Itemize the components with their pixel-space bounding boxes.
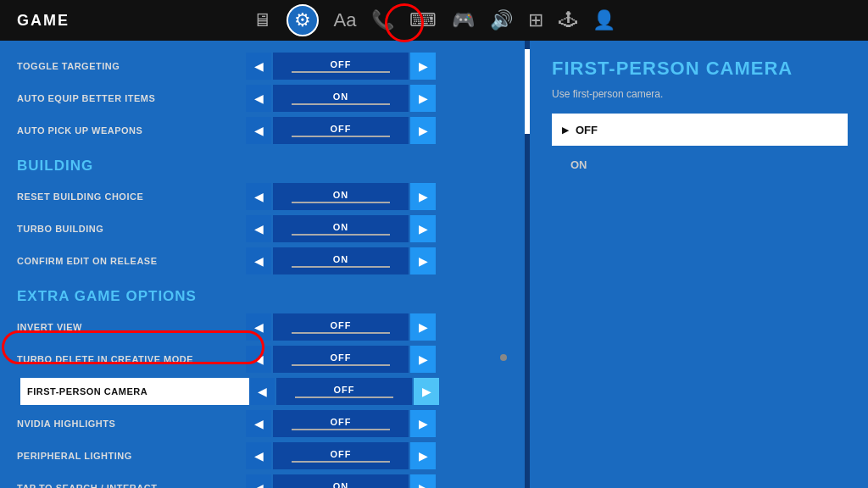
value-bar: ON (273, 474, 409, 488)
right-arrow-button[interactable]: ▶ (414, 378, 439, 405)
value-text: OFF (331, 59, 352, 69)
right-arrow-button[interactable]: ▶ (410, 85, 436, 112)
control-area: ◀ON▶ (246, 247, 436, 274)
setting-row-tap-to-search--interact[interactable]: TAP TO SEARCH / INTERACT◀ON▶ (17, 473, 521, 488)
value-underline (292, 71, 389, 73)
setting-name: CONFIRM EDIT ON RELEASE (17, 256, 246, 266)
section-extra-label: EXTRA GAME OPTIONS (17, 288, 521, 305)
control-area: ◀ON▶ (246, 85, 436, 112)
value-underline (292, 136, 389, 137)
value-text: OFF (331, 124, 352, 134)
left-arrow-button[interactable]: ◀ (246, 85, 271, 112)
right-arrow-button[interactable]: ▶ (410, 346, 436, 373)
setting-name: TAP TO SEARCH / INTERACT (17, 483, 246, 488)
settings-list: TOGGLE TARGETING◀OFF▶AUTO EQUIP BETTER I… (0, 41, 521, 488)
left-arrow-button[interactable]: ◀ (246, 442, 271, 469)
volume-icon[interactable]: 🔊 (490, 9, 513, 31)
setting-row-auto-pick-up-weapons[interactable]: AUTO PICK UP WEAPONS◀OFF▶ (17, 115, 521, 146)
control-area: ◀OFF▶ (246, 53, 436, 80)
value-bar: OFF (276, 378, 412, 405)
value-bar: OFF (273, 117, 409, 144)
value-text: OFF (331, 320, 352, 330)
monitor-icon[interactable]: 🖥 (253, 9, 271, 31)
scrollbar[interactable] (525, 41, 530, 488)
setting-row-nvidia-highlights[interactable]: NVIDIA HIGHLIGHTS◀OFF▶ (17, 408, 521, 439)
value-underline (292, 332, 389, 334)
control-area: ◀OFF▶ (246, 313, 436, 341)
value-bar: ON (273, 85, 409, 112)
control-area: ◀ON▶ (246, 215, 436, 242)
setting-name: AUTO EQUIP BETTER ITEMS (17, 93, 246, 103)
setting-row-auto-equip-better-items[interactable]: AUTO EQUIP BETTER ITEMS◀ON▶ (17, 83, 521, 114)
setting-row-turbo-delete-in-creative-mode[interactable]: TURBO DELETE IN CREATIVE MODE◀OFF▶ (17, 344, 521, 374)
grid-icon[interactable]: ⊞ (528, 9, 543, 31)
value-bar: OFF (273, 410, 409, 437)
user-icon[interactable]: 👤 (593, 9, 615, 31)
setting-name: FIRST-PERSON CAMERA (20, 378, 249, 405)
controller-icon[interactable]: 🕹 (559, 9, 577, 31)
value-bar: ON (273, 247, 409, 274)
control-area: ◀OFF▶ (249, 378, 439, 405)
page-title: GAME (17, 12, 70, 30)
control-area: ◀OFF▶ (246, 442, 436, 469)
left-arrow-button[interactable]: ◀ (246, 183, 271, 210)
value-underline (292, 202, 389, 203)
scroll-thumb (525, 49, 530, 134)
value-text: OFF (331, 449, 352, 459)
main-content: TOGGLE TARGETING◀OFF▶AUTO EQUIP BETTER I… (0, 41, 868, 488)
left-arrow-button[interactable]: ◀ (246, 215, 271, 242)
setting-row-confirm-edit-on-release[interactable]: CONFIRM EDIT ON RELEASE◀ON▶ (17, 246, 521, 276)
control-area: ◀ON▶ (246, 474, 436, 488)
value-bar: OFF (273, 313, 409, 341)
right-arrow-button[interactable]: ▶ (410, 247, 436, 274)
right-arrow-button[interactable]: ▶ (410, 117, 436, 144)
right-arrow-button[interactable]: ▶ (410, 410, 436, 437)
setting-row-reset-building-choice[interactable]: RESET BUILDING CHOICE◀ON▶ (17, 181, 521, 212)
setting-row-peripheral-lighting[interactable]: PERIPHERAL LIGHTING◀OFF▶ (17, 441, 521, 471)
detail-panel: FIRST-PERSON CAMERA Use first-person cam… (531, 41, 868, 488)
value-text: ON (333, 222, 349, 232)
right-arrow-button[interactable]: ▶ (410, 442, 436, 469)
right-arrow-button[interactable]: ▶ (410, 215, 436, 242)
phone-icon[interactable]: 📞 (371, 9, 394, 31)
setting-row-first-person-camera[interactable]: FIRST-PERSON CAMERA◀OFF▶ (17, 376, 521, 407)
value-bar: ON (273, 215, 409, 242)
value-bar: ON (273, 183, 409, 210)
value-bar: OFF (273, 442, 409, 469)
text-icon[interactable]: Aa (334, 9, 357, 31)
setting-name: INVERT VIEW (17, 322, 246, 332)
left-arrow-button[interactable]: ◀ (246, 313, 271, 341)
gear-icon[interactable]: ⚙ (287, 4, 319, 36)
value-text: OFF (331, 352, 352, 363)
left-arrow-button[interactable]: ◀ (246, 247, 271, 274)
setting-name: RESET BUILDING CHOICE (17, 191, 246, 202)
setting-name: PERIPHERAL LIGHTING (17, 451, 246, 461)
keyboard-icon[interactable]: ⌨ (409, 9, 437, 31)
setting-row-invert-view[interactable]: INVERT VIEW◀OFF▶ (17, 312, 521, 342)
right-arrow-button[interactable]: ▶ (410, 53, 436, 80)
value-bar: OFF (273, 346, 409, 373)
value-underline (295, 396, 392, 398)
detail-description: Use first-person camera. (552, 88, 848, 100)
gamepad2-icon[interactable]: 🎮 (452, 9, 475, 31)
value-underline (292, 429, 389, 430)
setting-name: AUTO PICK UP WEAPONS (17, 125, 246, 136)
control-area: ◀OFF▶ (246, 346, 436, 373)
value-underline (292, 234, 389, 236)
right-arrow-button[interactable]: ▶ (410, 313, 436, 341)
left-arrow-button[interactable]: ◀ (249, 378, 275, 405)
setting-row-toggle-targeting[interactable]: TOGGLE TARGETING◀OFF▶ (17, 51, 521, 81)
right-arrow-button[interactable]: ▶ (410, 183, 436, 210)
value-text: ON (333, 254, 349, 264)
nav-icon-bar: 🖥 ⚙ Aa 📞 ⌨ 🎮 🔊 ⊞ 🕹 👤 (253, 4, 616, 36)
left-arrow-button[interactable]: ◀ (246, 53, 271, 80)
left-arrow-button[interactable]: ◀ (246, 474, 271, 488)
setting-row-turbo-building[interactable]: TURBO BUILDING◀ON▶ (17, 214, 521, 244)
detail-option-on[interactable]: ON (552, 148, 848, 180)
right-arrow-button[interactable]: ▶ (410, 474, 436, 488)
detail-option-off[interactable]: ▶OFF (552, 114, 848, 146)
setting-name: NVIDIA HIGHLIGHTS (17, 419, 246, 429)
left-arrow-button[interactable]: ◀ (246, 117, 271, 144)
left-arrow-button[interactable]: ◀ (246, 410, 271, 437)
left-arrow-button[interactable]: ◀ (246, 346, 271, 373)
